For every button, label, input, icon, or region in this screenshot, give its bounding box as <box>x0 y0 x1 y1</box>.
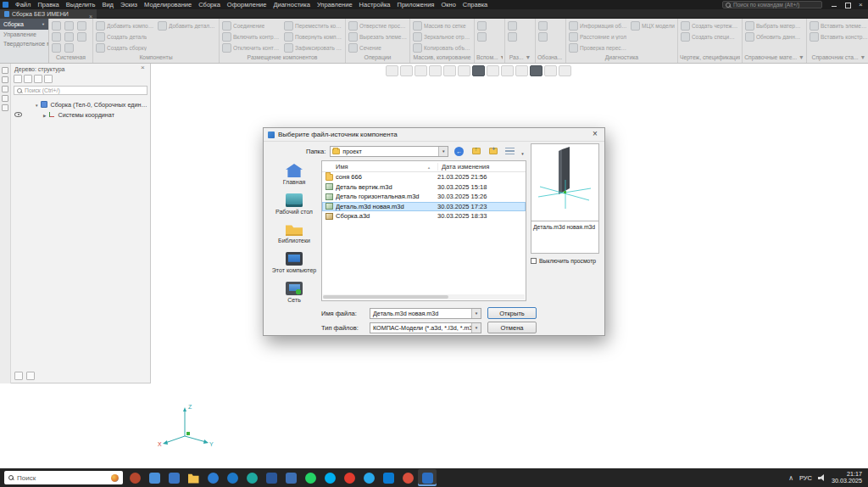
tree-footer-icon[interactable] <box>14 372 23 380</box>
tree-tool-icon[interactable] <box>34 75 42 83</box>
dialog-titlebar[interactable]: Выберите файл-источник компонента <box>264 128 604 142</box>
app-skype[interactable] <box>320 469 339 486</box>
ribbon-button[interactable] <box>51 20 62 31</box>
menu-item[interactable]: Оформление <box>224 0 270 9</box>
taskbar-clock[interactable]: 21:17 30.03.2025 <box>832 471 862 485</box>
app-opera[interactable] <box>340 469 359 486</box>
menu-item[interactable]: Настройка <box>356 0 394 9</box>
ribbon-button[interactable]: Создать чертеж по модели <box>680 20 740 31</box>
column-name[interactable]: Имя <box>322 163 437 171</box>
ribbon-button[interactable]: Вставить конструктив <box>809 31 868 42</box>
ribbon-button[interactable] <box>76 31 87 42</box>
chevron-down-icon[interactable] <box>471 323 481 333</box>
collapse-arrow-icon[interactable] <box>43 111 46 119</box>
Деталь вертик.m3d[interactable]: Деталь вертик.m3d 30.03.2025 15:18 <box>322 182 526 193</box>
tree-search-input[interactable]: Поиск (Ctrl+/) <box>14 86 147 95</box>
app-teal-app[interactable] <box>242 469 261 486</box>
views-dropdown-icon[interactable] <box>520 143 524 159</box>
app-edge[interactable] <box>223 469 242 486</box>
view-tool-icon[interactable] <box>472 65 485 76</box>
menu-item[interactable]: Моделирование <box>141 0 195 9</box>
view-tool-icon[interactable] <box>487 65 499 76</box>
place-item[interactable]: Сеть <box>270 282 318 304</box>
view-tool-icon[interactable] <box>559 65 571 76</box>
ribbon-button[interactable]: Вставить элемент... <box>809 20 868 31</box>
ribbon-button[interactable] <box>64 42 75 53</box>
ribbon-tab-upravlenie[interactable]: Управление <box>0 30 48 39</box>
menu-item[interactable]: Приложения <box>394 0 438 9</box>
ribbon-button[interactable] <box>51 31 62 42</box>
volume-icon[interactable] <box>818 474 826 481</box>
view-tool-icon[interactable] <box>515 65 528 76</box>
ribbon-button[interactable]: Обновить данные из... <box>744 31 804 42</box>
app-explorer[interactable] <box>184 469 203 486</box>
ribbon-button[interactable]: Копировать объекты <box>412 42 472 53</box>
ribbon-tab-tverdotelnoe[interactable]: Твердотельное моделирование <box>0 39 48 48</box>
new-folder-button[interactable] <box>487 146 499 157</box>
view-tool-icon[interactable] <box>501 65 514 76</box>
taskbar-search-box[interactable]: Поиск <box>4 471 123 484</box>
ribbon-button[interactable] <box>507 31 518 42</box>
ribbon-button[interactable]: Повернуть компонент <box>283 31 343 42</box>
ribbon-button[interactable]: Включить контроль соударений <box>221 31 281 42</box>
command-search-box[interactable]: Поиск по командам (Alt+/) <box>722 1 822 8</box>
side-tool-icon[interactable] <box>2 104 8 111</box>
view-tool-icon[interactable] <box>530 65 542 76</box>
tree-tool-icon[interactable] <box>14 75 22 83</box>
place-item[interactable]: Этот компьютер <box>270 252 318 274</box>
disable-preview-checkbox[interactable] <box>531 258 537 264</box>
menu-item[interactable]: Диагностика <box>270 0 313 9</box>
folder-dropdown[interactable]: проект <box>330 146 448 157</box>
app-chrome[interactable] <box>398 469 417 486</box>
cancel-button[interactable]: Отмена <box>487 322 537 333</box>
side-tool-icon[interactable] <box>2 95 8 102</box>
chevron-down-icon[interactable] <box>438 147 448 156</box>
ribbon-button[interactable]: Отверстие простое <box>348 20 408 31</box>
ribbon-button[interactable]: Выбрать материал... <box>744 20 804 31</box>
app-taskview[interactable] <box>145 469 164 486</box>
menu-item[interactable]: Выделить <box>63 0 99 9</box>
ribbon-button[interactable]: Добавить деталь-заготовку... <box>157 20 217 31</box>
up-folder-button[interactable] <box>470 146 482 157</box>
maximize-button[interactable] <box>841 0 854 9</box>
ribbon-button[interactable]: Добавить компонент из... <box>95 20 155 31</box>
app-word[interactable] <box>262 469 281 486</box>
place-item[interactable]: Библиотеки <box>270 222 318 244</box>
place-item[interactable]: Рабочий стол <box>270 193 318 216</box>
ribbon-button[interactable] <box>476 20 487 31</box>
ribbon-button[interactable]: Вырезать элементы <box>348 31 408 42</box>
app-telegram[interactable] <box>359 469 378 486</box>
scrollbar-thumb[interactable] <box>323 295 448 299</box>
ribbon-button[interactable] <box>64 20 75 31</box>
tree-tool-icon[interactable] <box>44 75 53 83</box>
expand-arrow-icon[interactable] <box>35 101 38 109</box>
app-browser[interactable] <box>203 469 222 486</box>
app-kompas[interactable] <box>418 469 437 486</box>
ribbon-button[interactable] <box>76 20 87 31</box>
dialog-close-icon[interactable] <box>590 130 600 140</box>
close-button[interactable] <box>854 0 868 9</box>
ribbon-button[interactable] <box>64 31 75 42</box>
horizontal-scrollbar[interactable] <box>323 294 525 299</box>
ribbon-button[interactable]: Зеркальное отражение... <box>412 31 472 42</box>
view-tool-icon[interactable] <box>544 65 557 76</box>
column-date-modified[interactable]: Дата изменения <box>437 163 526 171</box>
menu-item[interactable]: Управление <box>314 0 356 9</box>
menu-item[interactable]: Эскиз <box>117 0 141 9</box>
ribbon-button[interactable] <box>51 42 62 53</box>
app-whatsapp[interactable] <box>301 469 320 486</box>
menu-item[interactable]: Сборка <box>195 0 224 9</box>
ribbon-button[interactable]: Отключить контроль соударений <box>221 42 281 53</box>
side-tool-icon[interactable] <box>2 86 8 92</box>
app-mail[interactable] <box>164 469 183 486</box>
views-button[interactable] <box>504 146 516 157</box>
visibility-eye-icon[interactable] <box>14 112 22 117</box>
menu-item[interactable]: Правка <box>34 0 62 9</box>
view-tool-icon[interactable] <box>415 65 427 76</box>
panel-close-icon[interactable] <box>140 64 147 73</box>
app-vscode[interactable] <box>379 469 398 486</box>
view-tool-icon[interactable] <box>400 65 413 76</box>
side-tool-icon[interactable] <box>2 76 8 83</box>
menu-item[interactable]: Файл <box>12 0 34 9</box>
tree-tool-icon[interactable] <box>24 75 32 83</box>
